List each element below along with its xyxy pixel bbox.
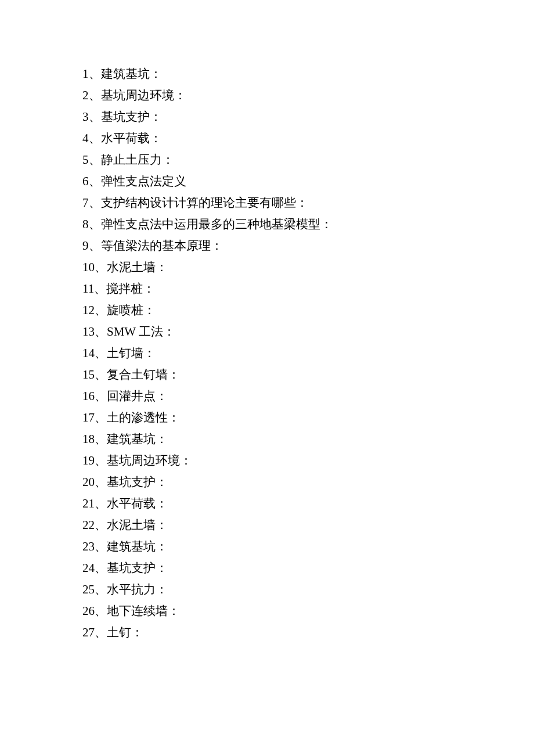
list-item: 22、水泥土墙： <box>82 516 476 535</box>
item-text: 地下连续墙： <box>107 604 180 618</box>
item-number: 10、 <box>82 260 107 274</box>
item-text: 水泥土墙： <box>107 518 168 532</box>
item-text: 水泥土墙： <box>107 260 168 274</box>
item-number: 16、 <box>82 389 107 403</box>
item-number: 20、 <box>82 475 107 489</box>
list-item: 3、基坑支护： <box>82 108 476 127</box>
list-item: 19、基坑周边环境： <box>82 452 476 470</box>
document-page: 1、建筑基坑： 2、基坑周边环境： 3、基坑支护： 4、水平荷载： 5、静止土压… <box>0 0 534 642</box>
item-number: 5、 <box>82 153 101 167</box>
item-text: 水平抗力： <box>107 582 168 596</box>
item-text: 回灌井点： <box>107 389 168 403</box>
item-text: 水平荷载： <box>107 496 168 510</box>
item-number: 4、 <box>82 131 101 145</box>
item-text: 旋喷桩： <box>107 303 156 317</box>
item-number: 27、 <box>82 625 107 639</box>
list-item: 6、弹性支点法定义 <box>82 172 476 191</box>
definition-list: 1、建筑基坑： 2、基坑周边环境： 3、基坑支护： 4、水平荷载： 5、静止土压… <box>82 65 476 642</box>
item-number: 12、 <box>82 303 107 317</box>
item-text: 水平荷载： <box>101 131 162 145</box>
list-item: 10、水泥土墙： <box>82 258 476 277</box>
item-number: 23、 <box>82 539 107 553</box>
item-number: 11、 <box>82 282 106 296</box>
item-number: 8、 <box>82 217 101 231</box>
item-number: 14、 <box>82 346 107 360</box>
item-number: 2、 <box>82 88 101 102</box>
list-item: 8、弹性支点法中运用最多的三种地基梁模型： <box>82 215 476 234</box>
item-text: 基坑支护： <box>107 475 168 489</box>
item-number: 21、 <box>82 496 107 510</box>
item-text: 搅拌桩： <box>106 282 155 296</box>
item-text: 弹性支点法定义 <box>101 174 186 188</box>
list-item: 13、SMW 工法： <box>82 323 476 341</box>
item-number: 6、 <box>82 174 101 188</box>
item-number: 18、 <box>82 432 107 446</box>
item-number: 9、 <box>82 239 101 253</box>
item-number: 22、 <box>82 518 107 532</box>
list-item: 27、土钉： <box>82 624 476 642</box>
item-number: 19、 <box>82 453 107 467</box>
item-text: 土钉： <box>107 625 143 639</box>
list-item: 20、基坑支护： <box>82 473 476 492</box>
list-item: 23、建筑基坑： <box>82 538 476 556</box>
list-item: 14、土钉墙： <box>82 344 476 363</box>
list-item: 12、旋喷桩： <box>82 301 476 320</box>
list-item: 4、水平荷载： <box>82 129 476 148</box>
list-item: 24、基坑支护： <box>82 559 476 578</box>
item-text: 弹性支点法中运用最多的三种地基梁模型： <box>101 217 333 231</box>
list-item: 9、等值梁法的基本原理： <box>82 237 476 255</box>
item-number: 7、 <box>82 196 101 210</box>
item-number: 15、 <box>82 368 107 381</box>
list-item: 15、复合土钉墙： <box>82 366 476 384</box>
item-text: 复合土钉墙： <box>107 368 180 381</box>
item-number: 25、 <box>82 582 107 596</box>
item-text: 建筑基坑： <box>107 432 168 446</box>
item-text: 土钉墙： <box>107 346 156 360</box>
item-number: 13、 <box>82 325 107 339</box>
item-number: 1、 <box>82 67 101 81</box>
list-item: 5、静止土压力： <box>82 151 476 170</box>
item-number: 17、 <box>82 411 107 424</box>
item-text: 基坑支护： <box>107 561 168 575</box>
item-number: 24、 <box>82 561 107 575</box>
list-item: 25、水平抗力： <box>82 581 476 599</box>
item-text: SMW 工法： <box>107 325 175 339</box>
list-item: 1、建筑基坑： <box>82 65 476 84</box>
item-text: 静止土压力： <box>101 153 174 167</box>
item-number: 26、 <box>82 604 107 618</box>
list-item: 18、建筑基坑： <box>82 430 476 449</box>
item-text: 建筑基坑： <box>107 539 168 553</box>
item-text: 支护结构设计计算的理论主要有哪些： <box>101 196 308 210</box>
list-item: 17、土的渗透性： <box>82 409 476 427</box>
item-number: 3、 <box>82 110 101 124</box>
list-item: 11、搅拌桩： <box>82 280 476 298</box>
list-item: 21、水平荷载： <box>82 495 476 513</box>
list-item: 2、基坑周边环境： <box>82 87 476 105</box>
item-text: 等值梁法的基本原理： <box>101 239 223 253</box>
item-text: 基坑周边环境： <box>101 88 186 102</box>
list-item: 26、地下连续墙： <box>82 602 476 621</box>
item-text: 基坑支护： <box>101 110 162 124</box>
item-text: 建筑基坑： <box>101 67 162 81</box>
list-item: 7、支护结构设计计算的理论主要有哪些： <box>82 194 476 213</box>
item-text: 基坑周边环境： <box>107 453 192 467</box>
list-item: 16、回灌井点： <box>82 387 476 406</box>
item-text: 土的渗透性： <box>107 411 180 424</box>
